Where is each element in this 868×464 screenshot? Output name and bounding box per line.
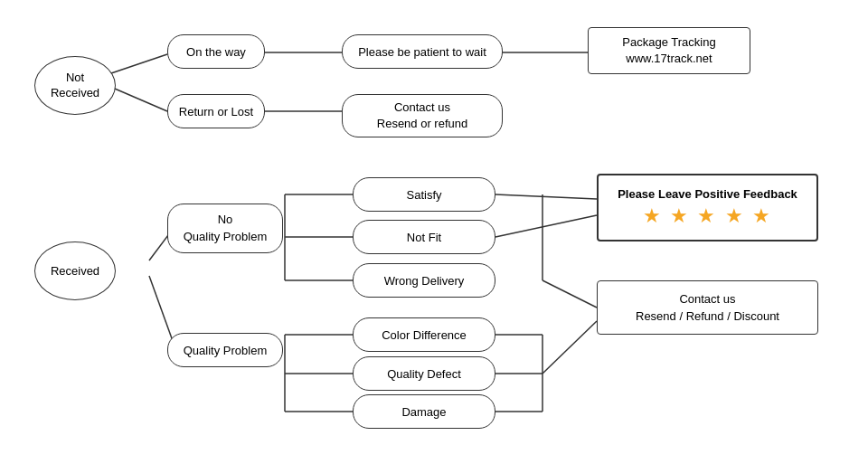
not-received-node: Not Received — [34, 56, 116, 115]
not-fit-node: Not Fit — [353, 220, 495, 254]
feedback-text: Please Leave Positive Feedback — [618, 187, 797, 201]
contact-us-resend-node: Contact us Resend or refund — [342, 94, 503, 137]
received-node: Received — [34, 241, 116, 300]
color-difference-node: Color Difference — [353, 317, 495, 352]
svg-line-0 — [108, 54, 167, 74]
package-tracking-node: Package Tracking www.17track.net — [588, 27, 750, 74]
satisfy-node: Satisfy — [353, 177, 495, 212]
star-rating: ★ ★ ★ ★ ★ — [643, 204, 771, 228]
no-quality-problem-node: No Quality Problem — [167, 204, 283, 253]
svg-line-11 — [495, 194, 597, 199]
svg-line-23 — [542, 321, 597, 374]
quality-problem-node: Quality Problem — [167, 333, 283, 367]
svg-line-1 — [108, 86, 167, 111]
svg-line-12 — [495, 215, 597, 237]
patient-node: Please be patient to wait — [342, 34, 503, 69]
on-the-way-node: On the way — [167, 34, 265, 69]
flowchart-diagram: Not Received On the way Return or Lost P… — [0, 0, 868, 464]
contact-us-resend2-node: Contact us Resend / Refund / Discount — [597, 280, 818, 335]
quality-defect-node: Quality Defect — [353, 356, 495, 391]
wrong-delivery-node: Wrong Delivery — [353, 263, 495, 298]
svg-line-14 — [542, 280, 597, 308]
positive-feedback-box: Please Leave Positive Feedback ★ ★ ★ ★ ★ — [597, 174, 818, 241]
return-or-lost-node: Return or Lost — [167, 94, 265, 128]
damage-node: Damage — [353, 394, 495, 429]
